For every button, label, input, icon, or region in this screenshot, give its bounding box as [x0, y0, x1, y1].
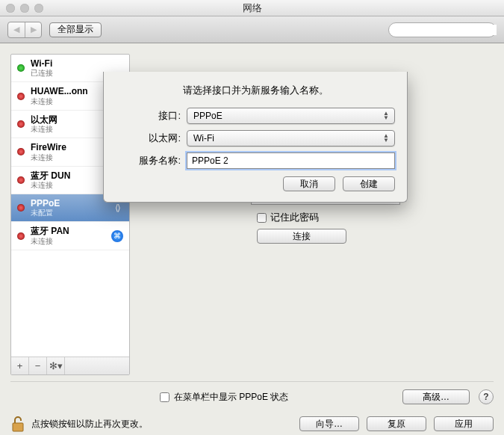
ethernet-select[interactable]: Wi-Fi ▲▼	[187, 130, 395, 146]
remember-password-checkbox[interactable]	[257, 213, 267, 223]
show-in-menubar-label: 在菜单栏中显示 PPPoE 状态	[174, 391, 288, 404]
ethernet-label: 以太网:	[116, 132, 187, 145]
advanced-button[interactable]: 高级…	[402, 389, 470, 404]
sidebar-footer: + − ✻▾	[11, 357, 129, 374]
back-button[interactable]: ◀	[8, 22, 25, 37]
search-input[interactable]	[396, 25, 497, 35]
status-dot	[17, 120, 25, 128]
lock-icon[interactable]	[10, 415, 25, 433]
arrows-icon: ⟨⟩	[111, 202, 123, 214]
status-dot	[17, 93, 25, 100]
sidebar-item-status: 未连接	[31, 237, 105, 246]
interface-select[interactable]: PPPoE ▲▼	[187, 108, 395, 124]
service-name-label: 服务名称:	[116, 154, 187, 167]
create-button[interactable]: 创建	[343, 176, 395, 191]
sidebar-item-text: HUAWE...onn未连接	[31, 86, 105, 105]
sidebar-item-text: PPPoE未配置	[31, 198, 105, 218]
window-title: 网络	[0, 1, 504, 15]
svg-rect-2	[13, 423, 23, 431]
chevron-updown-icon: ▲▼	[381, 134, 391, 143]
sidebar-item-status: 未配置	[31, 209, 105, 218]
sidebar-item-name: FireWire	[31, 142, 102, 152]
show-in-menubar-checkbox[interactable]	[160, 392, 169, 402]
ethernet-value: Wi-Fi	[193, 133, 214, 144]
search-field[interactable]	[388, 22, 497, 37]
sidebar-item-status: 未连接	[31, 97, 105, 106]
sidebar-item-name: 以太网	[31, 114, 102, 125]
main-content: Wi-Fi已连接HUAWE...onn未连接以太网未连接FireWire未连接☀…	[0, 43, 504, 435]
sidebar-item-status: 未连接	[31, 181, 105, 190]
forward-button[interactable]: ▶	[25, 22, 41, 37]
sidebar-item-name: HUAWE...onn	[31, 86, 102, 96]
gear-menu-button[interactable]: ✻▾	[47, 357, 65, 374]
sidebar-item-text: 蓝牙 PAN未连接	[31, 226, 105, 245]
show-all-button[interactable]: 全部显示	[49, 22, 102, 37]
toolbar: ◀ ▶ 全部显示	[0, 16, 504, 43]
revert-button[interactable]: 复原	[367, 416, 426, 431]
sheet-title: 请选择接口并为新服务输入名称。	[116, 84, 395, 97]
sidebar-item-text: FireWire未连接	[31, 142, 105, 161]
sidebar-item-name: 蓝牙 PAN	[31, 226, 102, 236]
remember-password-label: 记住此密码	[270, 211, 319, 224]
add-connection-button[interactable]: +	[11, 357, 29, 374]
sidebar-item-status: 未连接	[31, 153, 105, 162]
sidebar-item-name: Wi-Fi	[31, 58, 102, 69]
lock-area: 点按锁按钮以防止再次更改。	[10, 415, 292, 433]
sidebar-item-6[interactable]: 蓝牙 PAN未连接⌘	[11, 222, 129, 250]
sidebar-item-status: 已连接	[31, 69, 105, 78]
sidebar-item-name: PPPoE	[31, 198, 102, 209]
separator	[10, 381, 494, 382]
connect-button[interactable]: 连接	[257, 229, 346, 244]
new-service-sheet: 请选择接口并为新服务输入名称。 接口: PPPoE ▲▼ 以太网: Wi-Fi …	[103, 72, 408, 203]
help-button[interactable]: ?	[479, 389, 494, 404]
service-name-input[interactable]	[187, 152, 395, 169]
sidebar-item-status: 未连接	[31, 125, 105, 134]
chevron-updown-icon: ▲▼	[381, 111, 391, 120]
window-titlebar: 网络	[0, 0, 504, 16]
sidebar-item-name: 蓝牙 DUN	[31, 170, 102, 181]
lock-text: 点按锁按钮以防止再次更改。	[31, 418, 148, 431]
status-dot	[17, 232, 25, 240]
bluetooth-icon: ⌘	[111, 230, 123, 242]
nav-group: ◀ ▶	[7, 22, 42, 38]
wizard-button[interactable]: 向导…	[299, 416, 359, 431]
cancel-button[interactable]: 取消	[283, 176, 335, 191]
sidebar-item-text: 以太网未连接	[31, 114, 105, 134]
status-dot	[17, 64, 25, 72]
interface-value: PPPoE	[193, 111, 223, 121]
sidebar-item-text: Wi-Fi已连接	[31, 58, 105, 78]
status-dot	[17, 204, 25, 212]
remove-connection-button[interactable]: −	[29, 357, 47, 374]
apply-button[interactable]: 应用	[434, 416, 494, 431]
status-dot	[17, 148, 25, 155]
status-dot	[17, 176, 25, 184]
sidebar-item-text: 蓝牙 DUN未连接	[31, 170, 105, 190]
interface-label: 接口:	[116, 109, 187, 123]
